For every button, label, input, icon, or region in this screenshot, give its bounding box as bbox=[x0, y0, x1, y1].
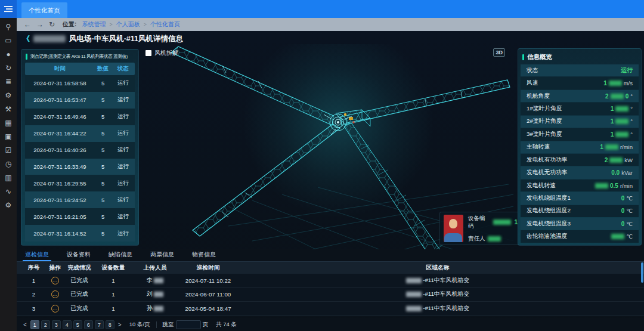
row-uploader: 刘 bbox=[131, 290, 179, 298]
breadcrumb-item-0[interactable]: 系统管理 bbox=[82, 20, 106, 29]
tab-物资信息[interactable]: 物资信息 bbox=[192, 250, 216, 261]
measurement-row[interactable]: 2024-07-31 16:53:475运行 bbox=[25, 92, 135, 109]
row-no: 1 bbox=[21, 277, 47, 284]
more-actions-icon[interactable]: … bbox=[51, 277, 59, 284]
collapse-icon[interactable]: 《 bbox=[23, 34, 30, 44]
measurement-cell: 2024-07-31 16:21:05 bbox=[25, 214, 95, 220]
clock-icon[interactable]: ◷ bbox=[5, 160, 11, 168]
measurement-cell: 5 bbox=[95, 113, 112, 120]
info-row: 1#桨叶片角度1° bbox=[521, 103, 639, 115]
hamburger-icon bbox=[4, 5, 13, 13]
measurement-table-header: 时间数值状态 bbox=[25, 63, 135, 75]
info-label: 发电机绕组温度1 bbox=[527, 194, 571, 202]
location-label: 位置: bbox=[63, 20, 76, 29]
info-label: 3#桨叶片角度 bbox=[527, 131, 562, 138]
page-button-8[interactable]: 8 bbox=[106, 320, 114, 329]
gear-icon[interactable]: ⚙ bbox=[5, 92, 12, 99]
tab-设备资料[interactable]: 设备资料 bbox=[67, 250, 91, 261]
view-mode-3d-button[interactable]: 3D bbox=[493, 48, 505, 57]
tab-两票信息[interactable]: 两票信息 bbox=[150, 250, 174, 261]
measurement-row[interactable]: 2024-07-31 16:14:525运行 bbox=[25, 225, 135, 242]
measurement-cell: 运行 bbox=[111, 196, 135, 204]
menu-toggle-icon[interactable] bbox=[0, 0, 17, 18]
disassemble-toggle[interactable]: 风机拆解 bbox=[145, 49, 178, 57]
prev-page-button[interactable]: < bbox=[21, 321, 29, 328]
package-icon[interactable]: ▣ bbox=[5, 133, 11, 140]
icon-sidebar: ⚲▭●↻≣⚙⚒▦▣☑◷▥∿⚙ bbox=[0, 18, 17, 331]
device-owner-card: 设备编码 1 责任人 bbox=[439, 212, 522, 245]
turbine-3d-viewer[interactable]: 风机拆解 3D 设备编码 1 责任人 bbox=[139, 44, 516, 249]
bottom-col-header: 操作 bbox=[47, 264, 63, 272]
signal-icon[interactable]: ∿ bbox=[5, 188, 11, 195]
card-icon[interactable]: ▥ bbox=[5, 174, 11, 181]
measurement-cell: 运行 bbox=[111, 163, 135, 171]
measurement-cell: 运行 bbox=[111, 180, 135, 187]
table-row[interactable]: 2…已完成1刘2024-06-07 11:00-#11中车风机箱变 bbox=[17, 288, 644, 302]
page-title-text: 风电场-中车风机-#11风机详情信息 bbox=[69, 34, 183, 44]
pager-divider bbox=[156, 321, 157, 328]
measurement-row[interactable]: 2024-07-31 16:21:055运行 bbox=[25, 208, 135, 225]
measurement-cell: 运行 bbox=[111, 213, 135, 221]
info-unit: kVar bbox=[621, 169, 633, 176]
page-button-7[interactable]: 7 bbox=[95, 320, 104, 329]
jump-page-input[interactable] bbox=[176, 320, 201, 329]
row-status: 已完成 bbox=[63, 305, 95, 313]
next-page-button[interactable]: > bbox=[116, 321, 123, 328]
page-button-5[interactable]: 5 bbox=[73, 320, 82, 329]
sync-icon[interactable]: ↻ bbox=[5, 64, 11, 72]
info-label: 状态 bbox=[527, 67, 538, 75]
more-actions-icon[interactable]: … bbox=[51, 305, 59, 313]
bottom-tabs: 巡检信息设备资料缺陷信息两票信息物资信息 bbox=[17, 249, 644, 262]
top-bar: 个性化首页 bbox=[0, 0, 644, 18]
info-label: 发电机转速 bbox=[527, 182, 556, 190]
disassemble-checkbox[interactable] bbox=[145, 50, 151, 56]
page-button-6[interactable]: 6 bbox=[84, 320, 93, 329]
area-name-suffix: -#11中车风机箱变 bbox=[423, 305, 469, 313]
breadcrumb-item-2[interactable]: 个性化首页 bbox=[150, 20, 180, 29]
page-button-3[interactable]: 3 bbox=[52, 320, 61, 329]
info-label: 机舱角度 bbox=[527, 92, 550, 100]
tools-icon[interactable]: ⚒ bbox=[5, 106, 12, 113]
row-qty: 1 bbox=[95, 305, 131, 312]
info-row: 发电机绕组温度20℃ bbox=[521, 205, 639, 217]
forward-icon[interactable]: → bbox=[36, 21, 44, 28]
info-value: 运行 bbox=[621, 66, 633, 75]
refresh-icon[interactable]: ↻ bbox=[49, 21, 55, 28]
measurement-row[interactable]: 2024-07-31 16:58:585运行 bbox=[25, 75, 135, 92]
measurement-row[interactable]: 2024-07-31 16:49:465运行 bbox=[25, 109, 135, 125]
info-value: 0℃ bbox=[621, 221, 633, 227]
record-icon[interactable]: ● bbox=[6, 51, 10, 58]
redacted-value bbox=[609, 157, 623, 163]
measurement-row[interactable]: 2024-07-31 16:29:555运行 bbox=[25, 175, 135, 191]
tab-缺陷信息[interactable]: 缺陷信息 bbox=[109, 250, 132, 261]
measurement-row[interactable]: 2024-07-31 16:44:225运行 bbox=[25, 125, 135, 142]
search-icon[interactable]: ⚲ bbox=[6, 23, 11, 30]
archive-icon[interactable]: ≣ bbox=[5, 78, 11, 85]
shield-check-icon[interactable]: ☑ bbox=[5, 147, 12, 154]
settings-search-icon[interactable]: ⚙ bbox=[5, 202, 12, 209]
measurement-row[interactable]: 2024-07-31 16:33:495运行 bbox=[25, 159, 135, 175]
vertical-scrollbar[interactable] bbox=[641, 262, 643, 283]
page-button-2[interactable]: 2 bbox=[41, 320, 50, 329]
grid-icon[interactable]: ▦ bbox=[5, 119, 11, 126]
back-icon[interactable]: ← bbox=[24, 21, 31, 28]
measurement-cell: 5 bbox=[95, 163, 112, 170]
more-actions-icon[interactable]: … bbox=[51, 290, 59, 298]
measurement-row[interactable]: 2024-07-31 16:40:265运行 bbox=[25, 142, 135, 159]
table-row[interactable]: 1…已完成1李2024-07-11 10:22-#11中车风机箱变 bbox=[17, 274, 644, 288]
info-value-text: 运行 bbox=[621, 66, 633, 75]
page-button-1[interactable]: 1 bbox=[30, 320, 39, 329]
page-button-4[interactable]: 4 bbox=[63, 320, 72, 329]
table-row[interactable]: 3…已完成1孙2024-05-04 18:47-#11中车风机箱变 bbox=[17, 302, 644, 316]
tab-personal-home[interactable]: 个性化首页 bbox=[21, 2, 67, 18]
tab-巡检信息[interactable]: 巡检信息 bbox=[25, 250, 49, 261]
info-row: 机舱角度20° bbox=[521, 90, 639, 102]
breadcrumb-item-1[interactable]: 个人面板 bbox=[116, 20, 140, 29]
measurement-cell: 5 bbox=[95, 230, 112, 237]
folder-icon[interactable]: ▭ bbox=[5, 37, 11, 44]
info-unit: ° bbox=[630, 118, 633, 125]
info-unit: ° bbox=[630, 131, 633, 138]
info-row: 状态运行 bbox=[521, 64, 639, 76]
info-unit: ° bbox=[630, 106, 633, 112]
measurement-row[interactable]: 2024-07-31 16:24:525运行 bbox=[25, 191, 135, 208]
